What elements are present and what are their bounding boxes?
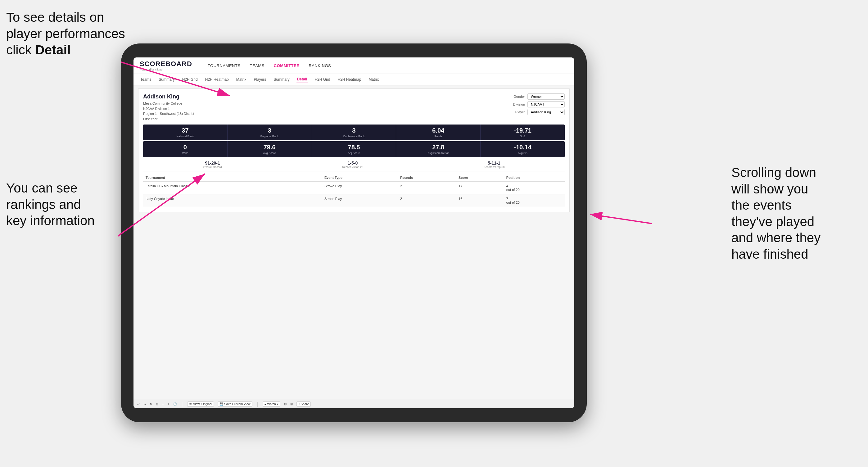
sos-label: SoS <box>482 135 563 138</box>
tab-players[interactable]: Players <box>253 76 267 83</box>
refresh-icon[interactable]: ↻ <box>150 402 152 406</box>
tab-h2h-grid[interactable]: H2H Grid <box>182 76 198 83</box>
undo-icon[interactable]: ↩ <box>137 402 140 406</box>
regional-rank-label: Regional Rank <box>229 135 310 138</box>
nav-rankings[interactable]: RANKINGS <box>309 63 331 68</box>
record-top25-label: Record vs top 25 <box>342 165 363 168</box>
share-icon-btn[interactable]: ⊡ <box>284 402 286 406</box>
stat-avg-sg: -10.14 Avg SG <box>480 141 565 157</box>
nav-tournaments[interactable]: TOURNAMENTS <box>208 63 241 68</box>
avg-score-par-value: 27.8 <box>397 144 479 151</box>
tab-h2h-heatmap[interactable]: H2H Heatmap <box>205 76 229 83</box>
separator-1 <box>182 402 182 407</box>
event-type-1: Stroke Play <box>322 182 398 194</box>
separator-2 <box>257 402 258 407</box>
main-nav: TOURNAMENTS TEAMS COMMITTEE RANKINGS <box>208 63 331 68</box>
stat-adj-score: 78.5 Adj Score <box>312 141 397 157</box>
record-top50: 5-11-1 Record vs top 50 <box>483 160 504 168</box>
copy-icon[interactable]: ⊞ <box>156 402 158 406</box>
col-empty <box>306 174 322 182</box>
tournament-name-1: Estella CC- Mountain Classic <box>143 182 306 194</box>
annotation-right: Scrolling downwill show youthe eventsthe… <box>732 164 862 262</box>
player-filters: Gender Women Division NJCAA I <box>508 93 565 115</box>
app-header: SCOREBOARD Powered by clippd TOURNAMENTS… <box>133 57 574 74</box>
player-school: Mesa Community College <box>143 101 194 106</box>
save-icon: 💾 <box>219 402 223 406</box>
gender-select[interactable]: Women <box>527 93 565 100</box>
overall-record: 91-20-1 Overall Record <box>203 160 222 168</box>
player-panel: Addison King Mesa Community College NJCA… <box>138 89 570 212</box>
event-type-2: Stroke Play <box>322 194 398 207</box>
view-original-button[interactable]: 👁 View: Original <box>187 402 214 407</box>
logo-area: SCOREBOARD Powered by clippd <box>140 60 192 71</box>
record-top50-value: 5-11-1 <box>483 160 504 165</box>
nav-teams[interactable]: TEAMS <box>250 63 265 68</box>
tablet-screen: SCOREBOARD Powered by clippd TOURNAMENTS… <box>133 57 574 408</box>
detail-bold: Detail <box>35 42 70 57</box>
overall-record-value: 91-20-1 <box>203 160 222 165</box>
main-content: Addison King Mesa Community College NJCA… <box>133 85 574 400</box>
tournament-table: Tournament Event Type Rounds Score Posit… <box>143 174 565 207</box>
bottom-toolbar: ↩ ↪ ↻ ⊞ − + 🕐 👁 View: Original 💾 Save Cu… <box>133 400 574 408</box>
nav-committee[interactable]: COMMITTEE <box>274 63 300 68</box>
player-division: NJCAA Division 1 <box>143 106 194 112</box>
score-1: 17 <box>456 182 504 194</box>
tab-detail[interactable]: Detail <box>297 76 308 83</box>
wins-value: 0 <box>144 144 226 151</box>
clock-icon[interactable]: 🕐 <box>173 402 177 406</box>
record-top25-value: 1-5-0 <box>342 160 363 165</box>
score-2: 16 <box>456 194 504 207</box>
avg-sg-label: Avg SG <box>482 152 563 155</box>
tab-h2h-heatmap2[interactable]: H2H Heatmap <box>337 76 362 83</box>
player-filter-row: Player Addison King <box>508 109 565 115</box>
col-event-type: Event Type <box>322 174 398 182</box>
minus-icon[interactable]: − <box>162 402 164 406</box>
player-label: Player <box>508 110 525 114</box>
tab-teams[interactable]: Teams <box>140 76 152 83</box>
stat-regional-rank: 3 Regional Rank <box>227 125 312 141</box>
redo-icon[interactable]: ↪ <box>144 402 146 406</box>
tab-h2h-grid2[interactable]: H2H Grid <box>314 76 331 83</box>
watch-button[interactable]: ● Watch ▾ <box>262 402 280 407</box>
watch-icon: ● <box>265 402 266 406</box>
avg-score-par-label: Avg Score to Par <box>397 152 479 155</box>
tab-summary2[interactable]: Summary <box>273 76 290 83</box>
stats-row-1: 37 National Rank 3 Regional Rank 3 Confe… <box>143 125 565 141</box>
stats-row-2: 0 Wins 79.6 Avg Score 78.5 Adj Score 27.… <box>143 141 565 157</box>
col-tournament: Tournament <box>143 174 306 182</box>
wins-label: Wins <box>144 152 226 155</box>
division-select[interactable]: NJCAA I <box>527 101 565 107</box>
col-position: Position <box>504 174 565 182</box>
table-row: Lady Coyote Invite Stroke Play 2 16 7 ou… <box>143 194 565 207</box>
tab-summary[interactable]: Summary <box>158 76 175 83</box>
annotation-bottomleft: You can seerankings andkey information <box>6 180 124 229</box>
tab-matrix[interactable]: Matrix <box>236 76 247 83</box>
records-row: 91-20-1 Overall Record 1-5-0 Record vs t… <box>143 158 565 172</box>
save-custom-label: Save Custom View <box>224 402 250 406</box>
conference-rank-value: 3 <box>313 127 395 134</box>
player-select[interactable]: Addison King <box>527 109 565 115</box>
position-2: 7 out of 20 <box>504 194 565 207</box>
sub-nav: Teams Summary H2H Grid H2H Heatmap Matri… <box>133 74 574 85</box>
player-name: Addison King <box>143 93 194 100</box>
stat-national-rank: 37 National Rank <box>143 125 227 141</box>
gender-label: Gender <box>508 95 525 98</box>
share-button[interactable]: ⤴ Share <box>297 402 311 407</box>
svg-line-3 <box>590 214 652 224</box>
plus-icon[interactable]: + <box>168 402 169 406</box>
logo-sub: Powered by clippd <box>140 68 192 71</box>
stat-wins: 0 Wins <box>143 141 227 157</box>
tab-matrix2[interactable]: Matrix <box>368 76 380 83</box>
national-rank-label: National Rank <box>144 135 226 138</box>
annotation-bottomleft-text: You can seerankings andkey information <box>6 181 95 228</box>
national-rank-value: 37 <box>144 127 226 134</box>
avg-sg-value: -10.14 <box>482 144 563 151</box>
rounds-2: 2 <box>398 194 456 207</box>
adj-score-value: 78.5 <box>313 144 395 151</box>
overall-record-label: Overall Record <box>203 165 222 168</box>
empty-1 <box>306 182 322 194</box>
save-custom-button[interactable]: 💾 Save Custom View <box>218 402 252 407</box>
sos-value: -19.71 <box>482 127 563 134</box>
grid-icon[interactable]: ⊞ <box>290 402 293 406</box>
avg-score-value: 79.6 <box>229 144 310 151</box>
